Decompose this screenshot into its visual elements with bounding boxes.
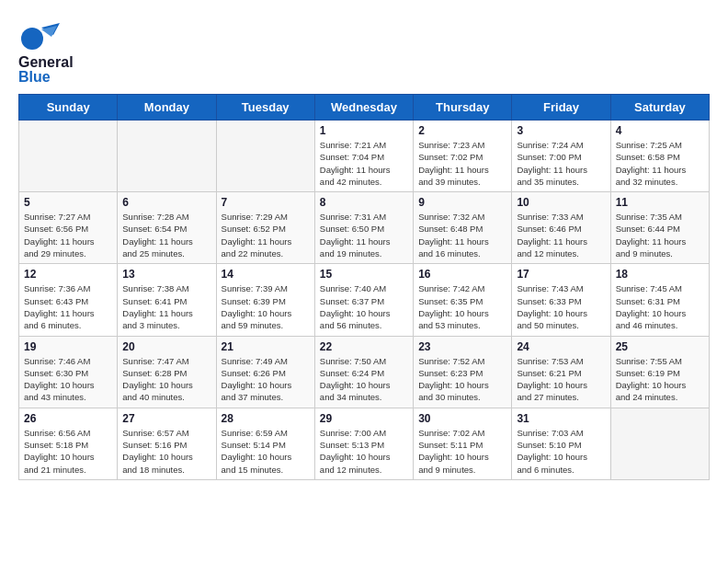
weekday-header-wednesday: Wednesday (314, 95, 413, 121)
day-number: 27 (122, 412, 210, 425)
day-info: Sunrise: 7:43 AM Sunset: 6:33 PM Dayligh… (517, 282, 605, 331)
day-number: 5 (24, 196, 112, 209)
day-info: Sunrise: 7:55 AM Sunset: 6:19 PM Dayligh… (616, 355, 704, 404)
calendar-cell: 4Sunrise: 7:25 AM Sunset: 6:58 PM Daylig… (610, 121, 709, 192)
day-number: 16 (418, 268, 506, 281)
day-number: 9 (418, 196, 506, 209)
day-info: Sunrise: 7:33 AM Sunset: 6:46 PM Dayligh… (517, 211, 605, 259)
calendar-cell (610, 408, 709, 479)
calendar-cell: 17Sunrise: 7:43 AM Sunset: 6:33 PM Dayli… (512, 264, 610, 336)
day-info: Sunrise: 7:36 AM Sunset: 6:43 PM Dayligh… (24, 282, 112, 331)
day-number: 6 (122, 196, 210, 209)
logo-blue-text: Blue (18, 70, 74, 85)
calendar-week-row: 19Sunrise: 7:46 AM Sunset: 6:30 PM Dayli… (19, 336, 710, 408)
calendar-cell: 5Sunrise: 7:27 AM Sunset: 6:56 PM Daylig… (19, 192, 118, 264)
logo: GeneralBlue (18, 18, 74, 85)
calendar-cell: 24Sunrise: 7:53 AM Sunset: 6:21 PM Dayli… (512, 336, 610, 408)
calendar-week-row: 26Sunrise: 6:56 AM Sunset: 5:18 PM Dayli… (19, 408, 710, 479)
day-number: 15 (320, 268, 408, 281)
day-number: 13 (122, 268, 210, 281)
day-info: Sunrise: 7:31 AM Sunset: 6:50 PM Dayligh… (320, 211, 408, 259)
calendar-cell: 6Sunrise: 7:28 AM Sunset: 6:54 PM Daylig… (118, 192, 216, 264)
day-info: Sunrise: 7:40 AM Sunset: 6:37 PM Dayligh… (320, 282, 408, 331)
day-number: 3 (517, 124, 605, 137)
day-info: Sunrise: 7:45 AM Sunset: 6:31 PM Dayligh… (616, 282, 704, 331)
calendar-table: SundayMondayTuesdayWednesdayThursdayFrid… (18, 94, 710, 480)
weekday-header-monday: Monday (118, 95, 216, 121)
calendar-cell: 27Sunrise: 6:57 AM Sunset: 5:16 PM Dayli… (118, 408, 216, 479)
day-info: Sunrise: 7:39 AM Sunset: 6:39 PM Dayligh… (222, 282, 310, 331)
day-info: Sunrise: 7:35 AM Sunset: 6:44 PM Dayligh… (616, 211, 704, 259)
calendar-cell: 13Sunrise: 7:38 AM Sunset: 6:41 PM Dayli… (118, 264, 216, 336)
weekday-header-friday: Friday (512, 95, 610, 121)
day-number: 21 (222, 340, 310, 353)
day-number: 4 (616, 124, 704, 137)
day-number: 28 (222, 412, 310, 425)
calendar-cell: 31Sunrise: 7:03 AM Sunset: 5:10 PM Dayli… (512, 408, 610, 479)
day-info: Sunrise: 7:03 AM Sunset: 5:10 PM Dayligh… (517, 427, 605, 476)
day-info: Sunrise: 7:52 AM Sunset: 6:23 PM Dayligh… (418, 355, 506, 404)
day-number: 8 (320, 196, 408, 209)
day-info: Sunrise: 7:32 AM Sunset: 6:48 PM Dayligh… (418, 211, 506, 259)
weekday-header-sunday: Sunday (19, 95, 118, 121)
calendar-cell: 12Sunrise: 7:36 AM Sunset: 6:43 PM Dayli… (19, 264, 118, 336)
svg-point-0 (21, 28, 43, 50)
day-number: 29 (320, 412, 408, 425)
calendar-cell: 14Sunrise: 7:39 AM Sunset: 6:39 PM Dayli… (216, 264, 314, 336)
day-info: Sunrise: 7:38 AM Sunset: 6:41 PM Dayligh… (122, 282, 210, 331)
day-number: 11 (616, 196, 704, 209)
day-info: Sunrise: 7:53 AM Sunset: 6:21 PM Dayligh… (517, 355, 605, 404)
calendar-cell: 23Sunrise: 7:52 AM Sunset: 6:23 PM Dayli… (414, 336, 512, 408)
calendar-cell: 22Sunrise: 7:50 AM Sunset: 6:24 PM Dayli… (314, 336, 413, 408)
calendar-cell: 30Sunrise: 7:02 AM Sunset: 5:11 PM Dayli… (414, 408, 512, 479)
page-header: GeneralBlue (18, 18, 710, 85)
logo-general-text: General (18, 55, 74, 70)
day-info: Sunrise: 7:23 AM Sunset: 7:02 PM Dayligh… (418, 139, 506, 188)
calendar-cell: 26Sunrise: 6:56 AM Sunset: 5:18 PM Dayli… (19, 408, 118, 479)
calendar-cell: 18Sunrise: 7:45 AM Sunset: 6:31 PM Dayli… (610, 264, 709, 336)
day-number: 31 (517, 412, 605, 425)
day-info: Sunrise: 7:50 AM Sunset: 6:24 PM Dayligh… (320, 355, 408, 404)
day-number: 22 (320, 340, 408, 353)
calendar-week-row: 12Sunrise: 7:36 AM Sunset: 6:43 PM Dayli… (19, 264, 710, 336)
calendar-cell: 16Sunrise: 7:42 AM Sunset: 6:35 PM Dayli… (414, 264, 512, 336)
calendar-cell: 15Sunrise: 7:40 AM Sunset: 6:37 PM Dayli… (314, 264, 413, 336)
weekday-header-tuesday: Tuesday (216, 95, 314, 121)
calendar-cell: 21Sunrise: 7:49 AM Sunset: 6:26 PM Dayli… (216, 336, 314, 408)
day-number: 19 (24, 340, 112, 353)
day-number: 17 (517, 268, 605, 281)
calendar-cell: 11Sunrise: 7:35 AM Sunset: 6:44 PM Dayli… (610, 192, 709, 264)
weekday-header-saturday: Saturday (610, 95, 709, 121)
day-info: Sunrise: 7:28 AM Sunset: 6:54 PM Dayligh… (122, 211, 210, 259)
day-info: Sunrise: 6:57 AM Sunset: 5:16 PM Dayligh… (122, 427, 210, 476)
day-number: 2 (418, 124, 506, 137)
day-info: Sunrise: 7:49 AM Sunset: 6:26 PM Dayligh… (222, 355, 310, 404)
day-number: 23 (418, 340, 506, 353)
day-info: Sunrise: 6:59 AM Sunset: 5:14 PM Dayligh… (222, 427, 310, 476)
day-info: Sunrise: 7:24 AM Sunset: 7:00 PM Dayligh… (517, 139, 605, 188)
calendar-cell: 7Sunrise: 7:29 AM Sunset: 6:52 PM Daylig… (216, 192, 314, 264)
day-number: 18 (616, 268, 704, 281)
day-number: 20 (122, 340, 210, 353)
calendar-cell: 1Sunrise: 7:21 AM Sunset: 7:04 PM Daylig… (314, 121, 413, 192)
day-info: Sunrise: 7:46 AM Sunset: 6:30 PM Dayligh… (24, 355, 112, 404)
calendar-cell: 19Sunrise: 7:46 AM Sunset: 6:30 PM Dayli… (19, 336, 118, 408)
day-number: 24 (517, 340, 605, 353)
day-info: Sunrise: 6:56 AM Sunset: 5:18 PM Dayligh… (24, 427, 112, 476)
calendar-cell (19, 121, 118, 192)
day-info: Sunrise: 7:47 AM Sunset: 6:28 PM Dayligh… (122, 355, 210, 404)
calendar-cell: 8Sunrise: 7:31 AM Sunset: 6:50 PM Daylig… (314, 192, 413, 264)
calendar-cell: 3Sunrise: 7:24 AM Sunset: 7:00 PM Daylig… (512, 121, 610, 192)
day-number: 26 (24, 412, 112, 425)
calendar-cell: 20Sunrise: 7:47 AM Sunset: 6:28 PM Dayli… (118, 336, 216, 408)
calendar-week-row: 5Sunrise: 7:27 AM Sunset: 6:56 PM Daylig… (19, 192, 710, 264)
calendar-cell (216, 121, 314, 192)
day-info: Sunrise: 7:00 AM Sunset: 5:13 PM Dayligh… (320, 427, 408, 476)
calendar-cell: 25Sunrise: 7:55 AM Sunset: 6:19 PM Dayli… (610, 336, 709, 408)
logo-bird-icon (18, 18, 60, 55)
day-info: Sunrise: 7:29 AM Sunset: 6:52 PM Dayligh… (222, 211, 310, 259)
day-number: 25 (616, 340, 704, 353)
calendar-week-row: 1Sunrise: 7:21 AM Sunset: 7:04 PM Daylig… (19, 121, 710, 192)
day-info: Sunrise: 7:42 AM Sunset: 6:35 PM Dayligh… (418, 282, 506, 331)
day-number: 14 (222, 268, 310, 281)
